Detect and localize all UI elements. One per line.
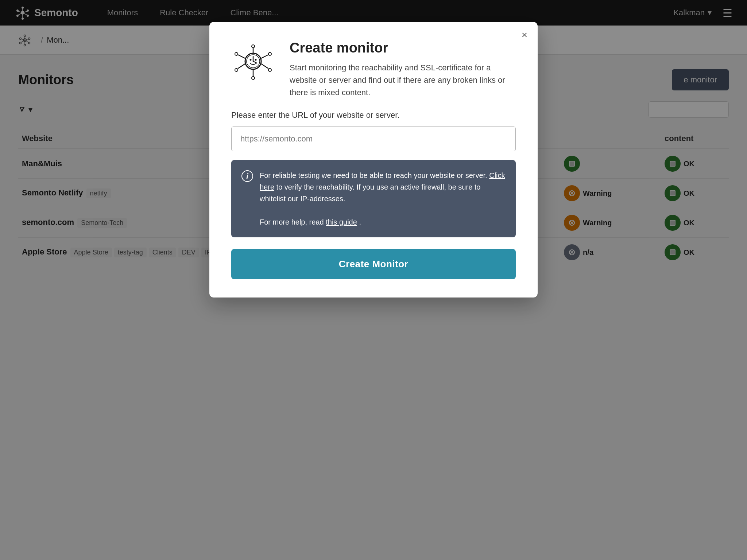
info-text-4: .	[359, 218, 361, 226]
create-monitor-submit-button[interactable]: Create Monitor	[231, 249, 516, 279]
modal-title: Create monitor	[290, 40, 516, 56]
info-box: i For reliable testing we need to be abl…	[231, 160, 516, 237]
svg-point-57	[250, 59, 252, 61]
info-text-3: For more help, read	[260, 218, 324, 226]
svg-point-64	[235, 69, 238, 71]
svg-line-61	[238, 55, 245, 58]
url-input[interactable]	[231, 127, 516, 151]
modal-subtitle: Please enter the URL of your website or …	[231, 110, 516, 120]
modal-header: Create monitor Start monitoring the reac…	[231, 40, 516, 99]
svg-line-63	[238, 64, 245, 69]
info-icon: i	[241, 170, 253, 182]
svg-point-58	[255, 59, 257, 61]
svg-line-67	[261, 64, 268, 69]
guide-link[interactable]: this guide	[326, 218, 357, 226]
create-monitor-modal: ×	[209, 22, 538, 298]
info-text-1: For reliable testing we need to be able …	[260, 171, 487, 179]
svg-point-60	[252, 45, 255, 48]
modal-overlay[interactable]: ×	[0, 0, 747, 560]
svg-point-70	[252, 77, 255, 79]
modal-title-area: Create monitor Start monitoring the reac…	[290, 40, 516, 99]
svg-point-66	[268, 52, 271, 55]
svg-point-62	[235, 52, 238, 55]
svg-point-68	[268, 69, 271, 71]
modal-description: Start monitoring the reachability and SS…	[290, 62, 516, 99]
modal-close-button[interactable]: ×	[522, 30, 527, 40]
svg-line-65	[261, 55, 268, 58]
info-text: For reliable testing we need to be able …	[260, 170, 506, 228]
monitor-illustration	[231, 40, 275, 85]
info-text-2: to verify the reachability. If you use a…	[260, 183, 481, 203]
